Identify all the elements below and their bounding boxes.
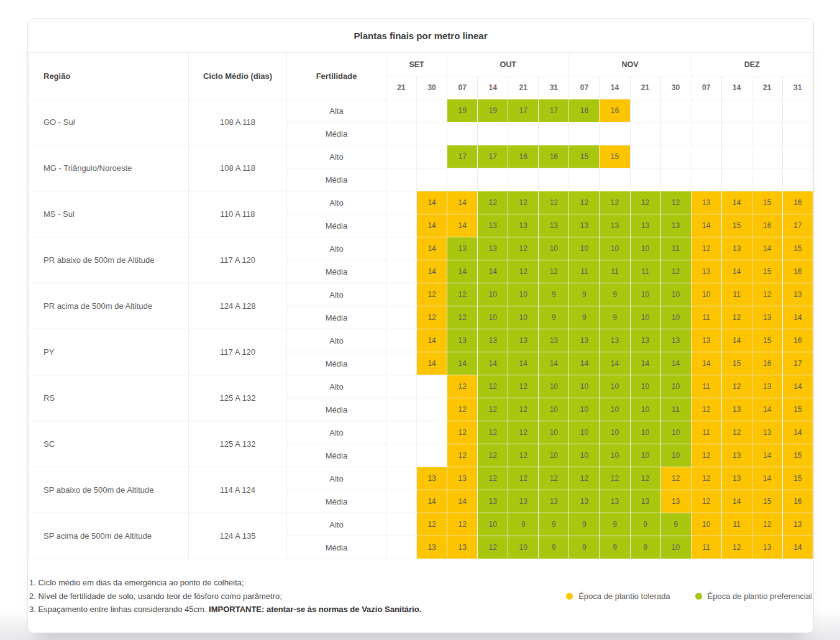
value-cell: 13: [721, 467, 752, 490]
value-cell: 10: [630, 306, 660, 329]
value-cell: 14: [630, 352, 660, 375]
value-cell: 11: [691, 536, 721, 559]
fertility-level: Alto: [287, 513, 386, 536]
value-cell: 12: [691, 398, 721, 421]
value-cell: [386, 490, 417, 513]
value-cell: 14: [752, 237, 782, 260]
value-cell: 15: [600, 145, 630, 168]
value-cell: 12: [569, 467, 600, 490]
value-cell: 13: [660, 214, 691, 237]
value-cell: 10: [630, 283, 660, 306]
value-cell: [660, 145, 691, 168]
value-cell: [721, 168, 752, 191]
value-cell: 12: [478, 191, 508, 214]
date-header: 21: [508, 76, 539, 99]
month-header-out: OUT: [447, 53, 569, 76]
table-row: RS125 A 132Alto121212101010101011121314: [29, 375, 813, 398]
value-cell: [691, 99, 721, 122]
value-cell: 10: [630, 421, 660, 444]
fertility-level: Média: [287, 168, 386, 191]
value-cell: 16: [782, 490, 813, 513]
value-cell: 16: [752, 214, 782, 237]
value-cell: 9: [600, 306, 630, 329]
value-cell: 10: [600, 444, 630, 467]
value-cell: 11: [660, 237, 691, 260]
value-cell: 9: [600, 283, 630, 306]
value-cell: 10: [478, 513, 508, 536]
value-cell: 12: [691, 444, 721, 467]
value-cell: 13: [539, 214, 569, 237]
value-cell: 10: [600, 237, 630, 260]
value-cell: 12: [447, 398, 478, 421]
value-cell: 10: [539, 398, 569, 421]
value-cell: 11: [691, 375, 721, 398]
value-cell: [752, 99, 782, 122]
region-name: GO - Sul: [29, 99, 189, 145]
value-cell: 11: [721, 283, 752, 306]
value-cell: 13: [752, 306, 782, 329]
fertility-level: Alto: [287, 145, 386, 168]
value-cell: 12: [508, 260, 539, 283]
value-cell: [782, 122, 813, 145]
value-cell: 14: [447, 191, 478, 214]
value-cell: 13: [752, 536, 782, 559]
date-header: 21: [752, 76, 782, 99]
value-cell: 12: [417, 306, 447, 329]
value-cell: [691, 122, 721, 145]
value-cell: 13: [630, 329, 660, 352]
legend-label-tolerated: Época de plantio tolerada: [578, 592, 670, 601]
value-cell: 14: [721, 490, 752, 513]
value-cell: 16: [782, 260, 813, 283]
value-cell: 16: [600, 99, 630, 122]
value-cell: 13: [447, 536, 478, 559]
fertility-level: Alto: [287, 375, 386, 398]
value-cell: 13: [508, 214, 539, 237]
value-cell: 12: [508, 237, 539, 260]
value-cell: 12: [478, 375, 508, 398]
fertility-level: Média: [287, 398, 386, 421]
value-cell: 14: [417, 329, 447, 352]
preferential-dot-icon: [695, 593, 702, 600]
value-cell: 9: [600, 513, 630, 536]
value-cell: 14: [782, 306, 813, 329]
value-cell: [386, 352, 417, 375]
value-cell: 15: [782, 237, 813, 260]
value-cell: 13: [478, 490, 508, 513]
value-cell: 12: [478, 444, 508, 467]
value-cell: 14: [417, 191, 447, 214]
cycle-range: 108 A 118: [189, 145, 287, 191]
value-cell: 12: [752, 513, 782, 536]
value-cell: 12: [478, 398, 508, 421]
value-cell: 12: [721, 375, 752, 398]
value-cell: 10: [630, 444, 660, 467]
value-cell: [539, 168, 569, 191]
value-cell: 11: [630, 260, 660, 283]
legend-item-tolerated: Época de plantio tolerada: [566, 592, 670, 601]
value-cell: 13: [478, 329, 508, 352]
value-cell: [752, 145, 782, 168]
value-cell: 13: [447, 329, 478, 352]
value-cell: 10: [660, 421, 691, 444]
value-cell: [660, 99, 691, 122]
value-cell: 12: [721, 306, 752, 329]
table-title: Plantas finais por metro linear: [29, 19, 813, 53]
value-cell: 10: [508, 283, 539, 306]
value-cell: [478, 122, 508, 145]
value-cell: [782, 168, 813, 191]
value-cell: 17: [447, 145, 478, 168]
value-cell: 10: [539, 444, 569, 467]
value-cell: 9: [660, 513, 691, 536]
note-important: IMPORTANTE: atentar-se às normas de Vazi…: [209, 605, 421, 614]
month-header-dez: DEZ: [691, 53, 813, 76]
value-cell: [386, 536, 417, 559]
value-cell: 10: [508, 306, 539, 329]
value-cell: [386, 421, 417, 444]
page-background: Plantas finais por metro linearRegiãoCic…: [0, 0, 840, 640]
value-cell: [417, 444, 447, 467]
value-cell: 13: [478, 214, 508, 237]
value-cell: 9: [569, 513, 600, 536]
value-cell: 15: [752, 329, 782, 352]
value-cell: [417, 145, 447, 168]
value-cell: 13: [447, 467, 478, 490]
value-cell: 13: [691, 329, 721, 352]
